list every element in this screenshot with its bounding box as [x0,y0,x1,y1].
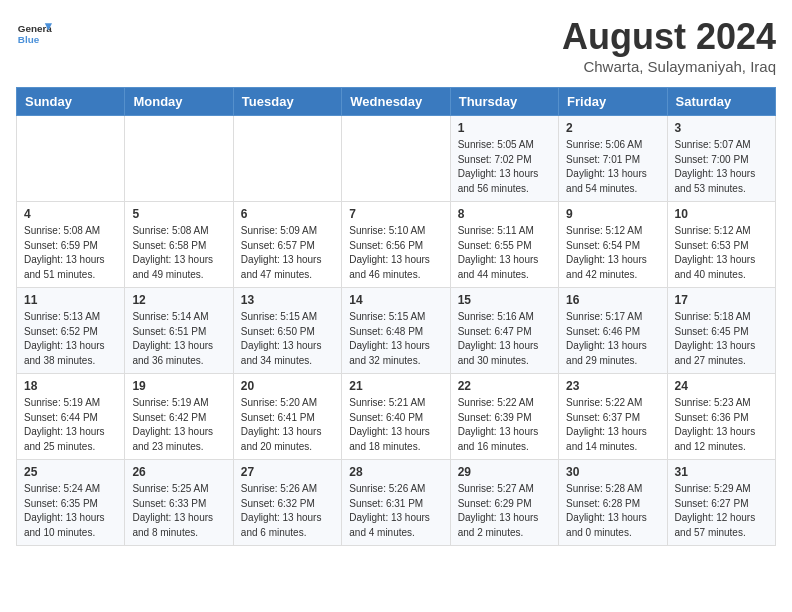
calendar-cell: 8Sunrise: 5:11 AMSunset: 6:55 PMDaylight… [450,202,558,288]
calendar-cell: 15Sunrise: 5:16 AMSunset: 6:47 PMDayligh… [450,288,558,374]
day-number: 12 [132,293,225,307]
day-number: 28 [349,465,442,479]
day-info: Sunrise: 5:09 AMSunset: 6:57 PMDaylight:… [241,224,334,282]
day-info: Sunrise: 5:10 AMSunset: 6:56 PMDaylight:… [349,224,442,282]
calendar-week-1: 1Sunrise: 5:05 AMSunset: 7:02 PMDaylight… [17,116,776,202]
calendar-cell: 26Sunrise: 5:25 AMSunset: 6:33 PMDayligh… [125,460,233,546]
calendar-cell: 10Sunrise: 5:12 AMSunset: 6:53 PMDayligh… [667,202,775,288]
day-info: Sunrise: 5:18 AMSunset: 6:45 PMDaylight:… [675,310,768,368]
day-info: Sunrise: 5:23 AMSunset: 6:36 PMDaylight:… [675,396,768,454]
calendar-header-row: SundayMondayTuesdayWednesdayThursdayFrid… [17,88,776,116]
calendar-cell: 9Sunrise: 5:12 AMSunset: 6:54 PMDaylight… [559,202,667,288]
calendar-cell: 12Sunrise: 5:14 AMSunset: 6:51 PMDayligh… [125,288,233,374]
calendar-cell: 27Sunrise: 5:26 AMSunset: 6:32 PMDayligh… [233,460,341,546]
day-info: Sunrise: 5:14 AMSunset: 6:51 PMDaylight:… [132,310,225,368]
calendar-cell: 22Sunrise: 5:22 AMSunset: 6:39 PMDayligh… [450,374,558,460]
day-number: 19 [132,379,225,393]
calendar-cell: 23Sunrise: 5:22 AMSunset: 6:37 PMDayligh… [559,374,667,460]
day-info: Sunrise: 5:11 AMSunset: 6:55 PMDaylight:… [458,224,551,282]
logo: General Blue [16,16,52,52]
calendar-cell: 24Sunrise: 5:23 AMSunset: 6:36 PMDayligh… [667,374,775,460]
day-info: Sunrise: 5:06 AMSunset: 7:01 PMDaylight:… [566,138,659,196]
day-number: 6 [241,207,334,221]
calendar-cell: 18Sunrise: 5:19 AMSunset: 6:44 PMDayligh… [17,374,125,460]
day-number: 4 [24,207,117,221]
day-number: 31 [675,465,768,479]
calendar-cell: 4Sunrise: 5:08 AMSunset: 6:59 PMDaylight… [17,202,125,288]
column-header-monday: Monday [125,88,233,116]
day-info: Sunrise: 5:07 AMSunset: 7:00 PMDaylight:… [675,138,768,196]
calendar-cell: 6Sunrise: 5:09 AMSunset: 6:57 PMDaylight… [233,202,341,288]
calendar-cell: 16Sunrise: 5:17 AMSunset: 6:46 PMDayligh… [559,288,667,374]
day-number: 3 [675,121,768,135]
day-info: Sunrise: 5:20 AMSunset: 6:41 PMDaylight:… [241,396,334,454]
calendar-cell: 11Sunrise: 5:13 AMSunset: 6:52 PMDayligh… [17,288,125,374]
day-info: Sunrise: 5:24 AMSunset: 6:35 PMDaylight:… [24,482,117,540]
calendar-week-3: 11Sunrise: 5:13 AMSunset: 6:52 PMDayligh… [17,288,776,374]
day-info: Sunrise: 5:15 AMSunset: 6:50 PMDaylight:… [241,310,334,368]
day-info: Sunrise: 5:16 AMSunset: 6:47 PMDaylight:… [458,310,551,368]
day-info: Sunrise: 5:21 AMSunset: 6:40 PMDaylight:… [349,396,442,454]
title-block: August 2024 Chwarta, Sulaymaniyah, Iraq [562,16,776,75]
calendar-cell [342,116,450,202]
day-number: 8 [458,207,551,221]
day-info: Sunrise: 5:12 AMSunset: 6:53 PMDaylight:… [675,224,768,282]
day-number: 26 [132,465,225,479]
calendar-cell: 17Sunrise: 5:18 AMSunset: 6:45 PMDayligh… [667,288,775,374]
day-number: 21 [349,379,442,393]
day-number: 2 [566,121,659,135]
day-info: Sunrise: 5:27 AMSunset: 6:29 PMDaylight:… [458,482,551,540]
calendar-cell: 1Sunrise: 5:05 AMSunset: 7:02 PMDaylight… [450,116,558,202]
day-number: 7 [349,207,442,221]
day-number: 14 [349,293,442,307]
day-info: Sunrise: 5:22 AMSunset: 6:39 PMDaylight:… [458,396,551,454]
calendar-cell: 21Sunrise: 5:21 AMSunset: 6:40 PMDayligh… [342,374,450,460]
day-number: 22 [458,379,551,393]
day-number: 9 [566,207,659,221]
day-info: Sunrise: 5:25 AMSunset: 6:33 PMDaylight:… [132,482,225,540]
calendar-cell: 31Sunrise: 5:29 AMSunset: 6:27 PMDayligh… [667,460,775,546]
column-header-friday: Friday [559,88,667,116]
calendar-cell [17,116,125,202]
month-year: August 2024 [562,16,776,58]
day-info: Sunrise: 5:15 AMSunset: 6:48 PMDaylight:… [349,310,442,368]
day-number: 18 [24,379,117,393]
calendar-cell: 14Sunrise: 5:15 AMSunset: 6:48 PMDayligh… [342,288,450,374]
day-info: Sunrise: 5:19 AMSunset: 6:44 PMDaylight:… [24,396,117,454]
column-header-saturday: Saturday [667,88,775,116]
logo-icon: General Blue [16,16,52,52]
calendar-cell: 13Sunrise: 5:15 AMSunset: 6:50 PMDayligh… [233,288,341,374]
day-info: Sunrise: 5:28 AMSunset: 6:28 PMDaylight:… [566,482,659,540]
day-info: Sunrise: 5:13 AMSunset: 6:52 PMDaylight:… [24,310,117,368]
column-header-tuesday: Tuesday [233,88,341,116]
day-info: Sunrise: 5:19 AMSunset: 6:42 PMDaylight:… [132,396,225,454]
day-number: 5 [132,207,225,221]
day-info: Sunrise: 5:12 AMSunset: 6:54 PMDaylight:… [566,224,659,282]
day-number: 25 [24,465,117,479]
column-header-thursday: Thursday [450,88,558,116]
day-number: 11 [24,293,117,307]
calendar-cell [233,116,341,202]
calendar-cell: 19Sunrise: 5:19 AMSunset: 6:42 PMDayligh… [125,374,233,460]
svg-text:Blue: Blue [18,34,40,45]
day-info: Sunrise: 5:08 AMSunset: 6:59 PMDaylight:… [24,224,117,282]
day-number: 1 [458,121,551,135]
day-number: 13 [241,293,334,307]
page-header: General Blue August 2024 Chwarta, Sulaym… [16,16,776,75]
location: Chwarta, Sulaymaniyah, Iraq [562,58,776,75]
calendar-cell: 7Sunrise: 5:10 AMSunset: 6:56 PMDaylight… [342,202,450,288]
calendar-cell: 25Sunrise: 5:24 AMSunset: 6:35 PMDayligh… [17,460,125,546]
day-info: Sunrise: 5:05 AMSunset: 7:02 PMDaylight:… [458,138,551,196]
calendar-cell: 2Sunrise: 5:06 AMSunset: 7:01 PMDaylight… [559,116,667,202]
day-number: 30 [566,465,659,479]
calendar-cell: 20Sunrise: 5:20 AMSunset: 6:41 PMDayligh… [233,374,341,460]
calendar-week-5: 25Sunrise: 5:24 AMSunset: 6:35 PMDayligh… [17,460,776,546]
column-header-sunday: Sunday [17,88,125,116]
calendar-table: SundayMondayTuesdayWednesdayThursdayFrid… [16,87,776,546]
calendar-cell: 5Sunrise: 5:08 AMSunset: 6:58 PMDaylight… [125,202,233,288]
column-header-wednesday: Wednesday [342,88,450,116]
calendar-cell [125,116,233,202]
calendar-week-4: 18Sunrise: 5:19 AMSunset: 6:44 PMDayligh… [17,374,776,460]
day-number: 17 [675,293,768,307]
day-info: Sunrise: 5:17 AMSunset: 6:46 PMDaylight:… [566,310,659,368]
